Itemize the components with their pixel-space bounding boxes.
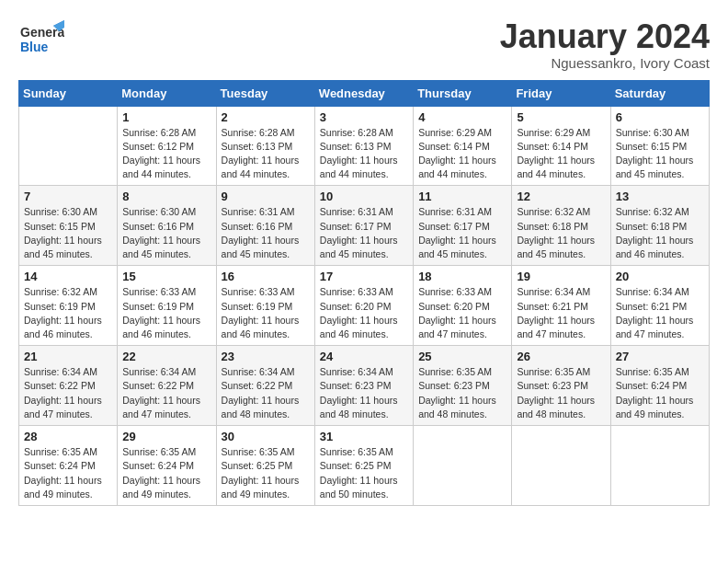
day-info: Sunrise: 6:32 AMSunset: 6:18 PMDaylight:… [616, 206, 694, 259]
day-of-week-header: Wednesday [314, 80, 413, 106]
day-info: Sunrise: 6:29 AMSunset: 6:14 PMDaylight:… [418, 127, 496, 180]
day-info: Sunrise: 6:28 AMSunset: 6:13 PMDaylight:… [320, 127, 398, 180]
calendar-cell: 11 Sunrise: 6:31 AMSunset: 6:17 PMDaylig… [414, 186, 512, 266]
calendar-cell: 16 Sunrise: 6:33 AMSunset: 6:19 PMDaylig… [216, 266, 314, 346]
calendar-cell: 18 Sunrise: 6:33 AMSunset: 6:20 PMDaylig… [414, 266, 512, 346]
day-of-week-header: Tuesday [216, 80, 314, 106]
day-number: 14 [24, 270, 112, 283]
calendar-week-row: 28 Sunrise: 6:35 AMSunset: 6:24 PMDaylig… [19, 426, 710, 506]
day-of-week-header: Monday [118, 80, 216, 106]
day-info: Sunrise: 6:33 AMSunset: 6:19 PMDaylight:… [222, 286, 300, 339]
day-info: Sunrise: 6:30 AMSunset: 6:15 PMDaylight:… [616, 127, 694, 180]
calendar-cell: 3 Sunrise: 6:28 AMSunset: 6:13 PMDayligh… [314, 106, 413, 186]
day-number: 20 [616, 270, 704, 283]
day-info: Sunrise: 6:34 AMSunset: 6:22 PMDaylight:… [122, 366, 200, 419]
calendar-cell: 2 Sunrise: 6:28 AMSunset: 6:13 PMDayligh… [216, 106, 314, 186]
day-info: Sunrise: 6:35 AMSunset: 6:25 PMDaylight:… [222, 446, 300, 500]
day-info: Sunrise: 6:34 AMSunset: 6:22 PMDaylight:… [222, 366, 300, 419]
header-row: SundayMondayTuesdayWednesdayThursdayFrid… [19, 80, 710, 106]
day-info: Sunrise: 6:34 AMSunset: 6:21 PMDaylight:… [517, 286, 595, 339]
day-number: 15 [122, 270, 210, 283]
day-info: Sunrise: 6:35 AMSunset: 6:25 PMDaylight:… [320, 446, 398, 500]
calendar-cell: 8 Sunrise: 6:30 AMSunset: 6:16 PMDayligh… [118, 186, 216, 266]
day-info: Sunrise: 6:34 AMSunset: 6:21 PMDaylight:… [616, 286, 694, 339]
calendar-cell: 19 Sunrise: 6:34 AMSunset: 6:21 PMDaylig… [512, 266, 610, 346]
calendar-cell: 15 Sunrise: 6:33 AMSunset: 6:19 PMDaylig… [118, 266, 216, 346]
calendar-cell: 4 Sunrise: 6:29 AMSunset: 6:14 PMDayligh… [414, 106, 512, 186]
calendar-cell: 22 Sunrise: 6:34 AMSunset: 6:22 PMDaylig… [118, 346, 216, 426]
day-info: Sunrise: 6:35 AMSunset: 6:23 PMDaylight:… [418, 366, 496, 419]
day-info: Sunrise: 6:35 AMSunset: 6:24 PMDaylight:… [24, 446, 102, 500]
page-header: General Blue January 2024 Nguessankro, I… [18, 18, 710, 71]
day-number: 31 [320, 430, 408, 443]
calendar-cell: 1 Sunrise: 6:28 AMSunset: 6:12 PMDayligh… [118, 106, 216, 186]
svg-text:Blue: Blue [20, 40, 49, 54]
day-info: Sunrise: 6:32 AMSunset: 6:18 PMDaylight:… [517, 206, 595, 259]
logo: General Blue [18, 18, 64, 60]
location-subtitle: Nguessankro, Ivory Coast [500, 55, 710, 71]
day-number: 19 [517, 270, 605, 283]
day-number: 18 [418, 270, 506, 283]
day-number: 12 [517, 190, 605, 203]
day-info: Sunrise: 6:33 AMSunset: 6:20 PMDaylight:… [418, 286, 496, 339]
day-of-week-header: Friday [512, 80, 610, 106]
calendar-week-row: 7 Sunrise: 6:30 AMSunset: 6:15 PMDayligh… [19, 186, 710, 266]
day-info: Sunrise: 6:35 AMSunset: 6:23 PMDaylight:… [517, 366, 595, 419]
calendar-week-row: 21 Sunrise: 6:34 AMSunset: 6:22 PMDaylig… [19, 346, 710, 426]
calendar-cell: 5 Sunrise: 6:29 AMSunset: 6:14 PMDayligh… [512, 106, 610, 186]
day-number: 10 [320, 190, 408, 203]
day-number: 16 [222, 270, 310, 283]
day-info: Sunrise: 6:32 AMSunset: 6:19 PMDaylight:… [24, 286, 102, 339]
calendar-cell: 17 Sunrise: 6:33 AMSunset: 6:20 PMDaylig… [314, 266, 413, 346]
day-number: 3 [320, 110, 408, 124]
day-number: 2 [222, 110, 310, 124]
day-info: Sunrise: 6:31 AMSunset: 6:17 PMDaylight:… [418, 206, 496, 259]
day-number: 8 [122, 190, 210, 203]
day-info: Sunrise: 6:31 AMSunset: 6:17 PMDaylight:… [320, 206, 398, 259]
calendar-week-row: 1 Sunrise: 6:28 AMSunset: 6:12 PMDayligh… [19, 106, 710, 186]
calendar-cell: 27 Sunrise: 6:35 AMSunset: 6:24 PMDaylig… [610, 346, 709, 426]
calendar-cell: 26 Sunrise: 6:35 AMSunset: 6:23 PMDaylig… [512, 346, 610, 426]
day-info: Sunrise: 6:31 AMSunset: 6:16 PMDaylight:… [222, 206, 300, 259]
day-of-week-header: Thursday [414, 80, 512, 106]
calendar-cell: 29 Sunrise: 6:35 AMSunset: 6:24 PMDaylig… [118, 426, 216, 506]
calendar-cell: 31 Sunrise: 6:35 AMSunset: 6:25 PMDaylig… [314, 426, 413, 506]
logo-icon: General Blue [18, 18, 64, 60]
calendar-cell: 12 Sunrise: 6:32 AMSunset: 6:18 PMDaylig… [512, 186, 610, 266]
day-number: 11 [418, 190, 506, 203]
day-number: 22 [122, 350, 210, 363]
day-number: 30 [222, 430, 310, 443]
day-info: Sunrise: 6:28 AMSunset: 6:13 PMDaylight:… [222, 127, 300, 180]
day-info: Sunrise: 6:35 AMSunset: 6:24 PMDaylight:… [122, 446, 200, 500]
calendar-cell: 28 Sunrise: 6:35 AMSunset: 6:24 PMDaylig… [19, 426, 118, 506]
day-number: 29 [122, 430, 210, 443]
calendar-table: SundayMondayTuesdayWednesdayThursdayFrid… [18, 80, 710, 506]
day-number: 25 [418, 350, 506, 363]
calendar-cell: 10 Sunrise: 6:31 AMSunset: 6:17 PMDaylig… [314, 186, 413, 266]
day-info: Sunrise: 6:34 AMSunset: 6:22 PMDaylight:… [24, 366, 102, 419]
day-info: Sunrise: 6:35 AMSunset: 6:24 PMDaylight:… [616, 366, 694, 419]
calendar-cell [610, 426, 709, 506]
calendar-cell: 9 Sunrise: 6:31 AMSunset: 6:16 PMDayligh… [216, 186, 314, 266]
day-number: 13 [616, 190, 704, 203]
day-number: 1 [122, 110, 210, 124]
calendar-cell: 14 Sunrise: 6:32 AMSunset: 6:19 PMDaylig… [19, 266, 118, 346]
calendar-cell: 7 Sunrise: 6:30 AMSunset: 6:15 PMDayligh… [19, 186, 118, 266]
day-info: Sunrise: 6:28 AMSunset: 6:12 PMDaylight:… [122, 127, 200, 180]
day-info: Sunrise: 6:30 AMSunset: 6:15 PMDaylight:… [24, 206, 102, 259]
calendar-cell [414, 426, 512, 506]
calendar-cell [19, 106, 118, 186]
day-number: 27 [616, 350, 704, 363]
month-title: January 2024 [500, 18, 710, 55]
day-info: Sunrise: 6:33 AMSunset: 6:19 PMDaylight:… [122, 286, 200, 339]
day-number: 24 [320, 350, 408, 363]
day-number: 7 [24, 190, 112, 203]
day-number: 21 [24, 350, 112, 363]
calendar-week-row: 14 Sunrise: 6:32 AMSunset: 6:19 PMDaylig… [19, 266, 710, 346]
day-info: Sunrise: 6:33 AMSunset: 6:20 PMDaylight:… [320, 286, 398, 339]
day-of-week-header: Sunday [19, 80, 118, 106]
day-number: 6 [616, 110, 704, 124]
calendar-cell: 20 Sunrise: 6:34 AMSunset: 6:21 PMDaylig… [610, 266, 709, 346]
day-number: 4 [418, 110, 506, 124]
day-number: 26 [517, 350, 605, 363]
